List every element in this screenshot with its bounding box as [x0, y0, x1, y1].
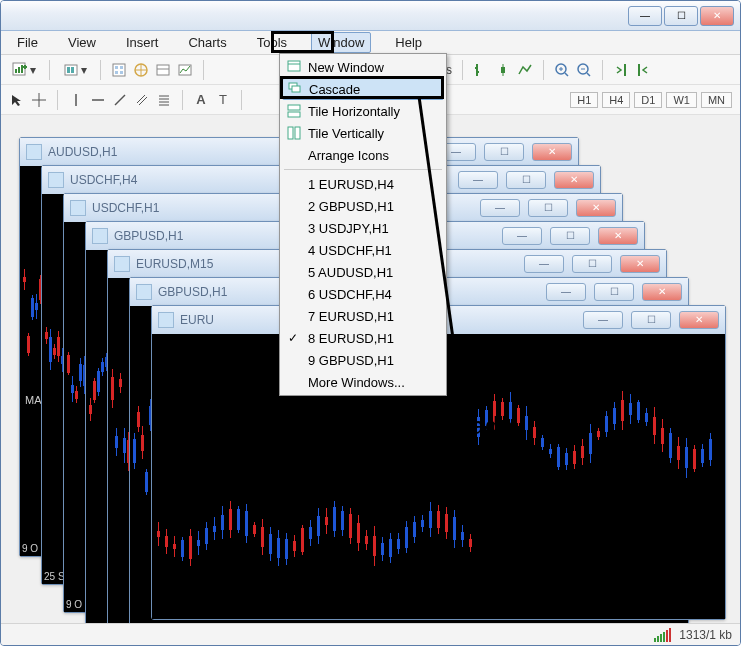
- tester-icon[interactable]: [177, 62, 193, 78]
- svg-rect-11: [120, 66, 123, 69]
- menu-window-1[interactable]: 1 EURUSD,H4: [282, 173, 444, 195]
- svg-rect-7: [67, 67, 70, 73]
- menu-view[interactable]: View: [62, 33, 102, 52]
- svg-rect-50: [288, 105, 300, 110]
- menu-window-9[interactable]: 9 GBPUSD,H1: [282, 349, 444, 371]
- new-chart-button[interactable]: ▾: [9, 60, 39, 80]
- chart-minimize-button[interactable]: —: [583, 311, 623, 329]
- svg-rect-51: [288, 112, 300, 117]
- chart-icon: [114, 256, 130, 272]
- text-icon[interactable]: A: [193, 92, 209, 108]
- chart-maximize-button[interactable]: ☐: [572, 255, 612, 273]
- menu-window-4[interactable]: 4 USDCHF,H1: [282, 239, 444, 261]
- svg-rect-17: [157, 65, 169, 75]
- navigator-icon[interactable]: [133, 62, 149, 78]
- chart-maximize-button[interactable]: ☐: [631, 311, 671, 329]
- crosshair-icon[interactable]: [31, 92, 47, 108]
- plus-chart-icon: [12, 62, 28, 78]
- svg-rect-13: [120, 71, 123, 74]
- line-chart-icon[interactable]: [517, 62, 533, 78]
- market-watch-icon[interactable]: [111, 62, 127, 78]
- timeframe-mn[interactable]: MN: [701, 92, 732, 108]
- chart-maximize-button[interactable]: ☐: [506, 171, 546, 189]
- chart-close-button[interactable]: ✕: [554, 171, 594, 189]
- terminal-icon[interactable]: [155, 62, 171, 78]
- cascade-icon: [287, 81, 303, 97]
- new-window-icon: [286, 59, 302, 75]
- profiles-button[interactable]: ▾: [60, 60, 90, 80]
- cursor-icon[interactable]: [9, 92, 25, 108]
- chart-maximize-button[interactable]: ☐: [528, 199, 568, 217]
- zoom-out-icon[interactable]: [576, 62, 592, 78]
- menu-item-arrange-icons[interactable]: Arrange Icons: [282, 144, 444, 166]
- svg-rect-2: [18, 67, 20, 73]
- channel-icon[interactable]: [134, 92, 150, 108]
- timeframe-h1[interactable]: H1: [570, 92, 598, 108]
- menu-charts[interactable]: Charts: [182, 33, 232, 52]
- annotation-text: Cascade Windows: [411, 413, 516, 466]
- zoom-in-icon[interactable]: [554, 62, 570, 78]
- chart-close-button[interactable]: ✕: [679, 311, 719, 329]
- svg-rect-8: [71, 67, 74, 73]
- menu-window-3[interactable]: 3 USDJPY,H1: [282, 217, 444, 239]
- chart-close-button[interactable]: ✕: [642, 283, 682, 301]
- svg-line-30: [587, 73, 590, 76]
- chart-maximize-button[interactable]: ☐: [484, 143, 524, 161]
- menubar: FileViewInsertChartsToolsWindowHelp: [1, 31, 740, 55]
- tile-v-icon: [286, 125, 302, 141]
- menu-item-tile-vertically[interactable]: Tile Vertically: [282, 122, 444, 144]
- svg-rect-9: [113, 64, 125, 76]
- candle-chart-icon[interactable]: [495, 62, 511, 78]
- menu-insert[interactable]: Insert: [120, 33, 165, 52]
- svg-rect-12: [115, 71, 118, 74]
- chart-minimize-button[interactable]: —: [524, 255, 564, 273]
- svg-rect-52: [288, 127, 293, 139]
- menu-file[interactable]: File: [11, 33, 44, 52]
- menu-help[interactable]: Help: [389, 33, 428, 52]
- timeframe-w1[interactable]: W1: [666, 92, 697, 108]
- chart-close-button[interactable]: ✕: [620, 255, 660, 273]
- chart-minimize-button[interactable]: —: [458, 171, 498, 189]
- chart-close-button[interactable]: ✕: [598, 227, 638, 245]
- menu-window-6[interactable]: 6 USDCHF,H4: [282, 283, 444, 305]
- timeframe-h4[interactable]: H4: [602, 92, 630, 108]
- menu-window[interactable]: Window: [311, 32, 371, 53]
- menu-window-5[interactable]: 5 AUDUSD,H1: [282, 261, 444, 283]
- chart-minimize-button[interactable]: —: [546, 283, 586, 301]
- fibonacci-icon[interactable]: [156, 92, 172, 108]
- shift-icon[interactable]: [635, 62, 651, 78]
- menu-window-7[interactable]: 7 EURUSD,H1: [282, 305, 444, 327]
- maximize-button[interactable]: ☐: [664, 6, 698, 26]
- menu-item-new-window[interactable]: New Window: [282, 56, 444, 78]
- vertical-line-icon[interactable]: [68, 92, 84, 108]
- chart-close-button[interactable]: ✕: [576, 199, 616, 217]
- chart-maximize-button[interactable]: ☐: [550, 227, 590, 245]
- autoscroll-icon[interactable]: [613, 62, 629, 78]
- chart-minimize-button[interactable]: —: [480, 199, 520, 217]
- chart-maximize-button[interactable]: ☐: [594, 283, 634, 301]
- close-button[interactable]: ✕: [700, 6, 734, 26]
- menu-more-windows[interactable]: More Windows...: [282, 371, 444, 393]
- horizontal-line-icon[interactable]: [90, 92, 106, 108]
- svg-marker-34: [12, 95, 21, 106]
- folder-icon: [63, 62, 79, 78]
- app-titlebar: — ☐ ✕: [1, 1, 740, 31]
- svg-rect-1: [15, 69, 17, 73]
- svg-line-26: [565, 73, 568, 76]
- svg-line-39: [115, 95, 125, 105]
- chart-icon: [92, 228, 108, 244]
- menu-window-8[interactable]: ✓8 EURUSD,H1: [282, 327, 444, 349]
- trendline-icon[interactable]: [112, 92, 128, 108]
- timeframe-d1[interactable]: D1: [634, 92, 662, 108]
- chart-minimize-button[interactable]: —: [502, 227, 542, 245]
- menu-window-2[interactable]: 2 GBPUSD,H1: [282, 195, 444, 217]
- connection-bars-icon: [654, 628, 671, 642]
- bar-chart-icon[interactable]: [473, 62, 489, 78]
- menu-tools[interactable]: Tools: [251, 33, 293, 52]
- chart-close-button[interactable]: ✕: [532, 143, 572, 161]
- check-icon: ✓: [288, 331, 298, 345]
- window-menu-dropdown: New WindowCascadeTile HorizontallyTile V…: [279, 53, 447, 396]
- statusbar: 1313/1 kb: [1, 623, 740, 645]
- minimize-button[interactable]: —: [628, 6, 662, 26]
- text-label-icon[interactable]: T: [215, 92, 231, 108]
